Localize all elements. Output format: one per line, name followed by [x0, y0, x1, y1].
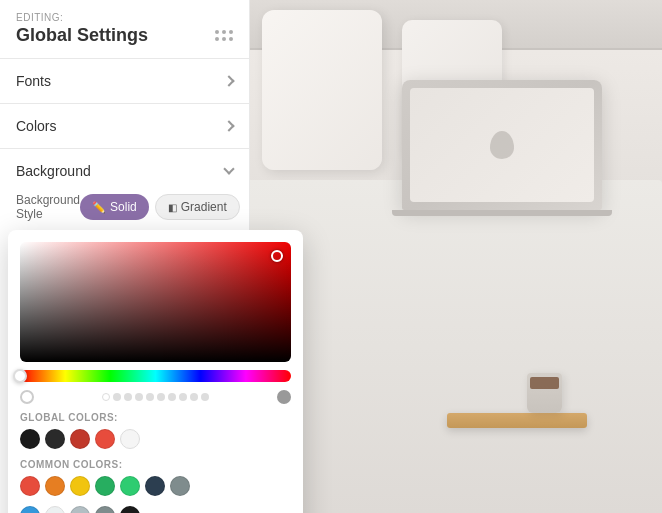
editing-label: EDITING:	[0, 0, 249, 25]
gradient-picker-area[interactable]	[20, 242, 291, 362]
colors-label: Colors	[16, 118, 56, 134]
common-color-black[interactable]	[120, 506, 140, 513]
style-buttons-group: ✏️ Solid ◧ Gradient	[80, 194, 240, 220]
common-color-medium-gray[interactable]	[70, 506, 90, 513]
common-color-green[interactable]	[95, 476, 115, 496]
background-section-label: Background	[16, 163, 91, 179]
opacity-dot-4	[135, 393, 143, 401]
global-color-4[interactable]	[95, 429, 115, 449]
global-color-5[interactable]	[120, 429, 140, 449]
common-color-orange[interactable]	[45, 476, 65, 496]
common-color-red[interactable]	[20, 476, 40, 496]
pencil-icon: ✏️	[92, 201, 106, 214]
common-colors-row-1	[20, 476, 291, 496]
opacity-circle-left-icon	[20, 390, 34, 404]
opacity-dot-2	[113, 393, 121, 401]
common-colors-title: COMMON COLORS:	[20, 459, 291, 470]
global-colors-row	[20, 429, 291, 449]
common-color-light-green[interactable]	[120, 476, 140, 496]
background-style-row: Background Style ✏️ Solid ◧ Gradient	[16, 193, 233, 221]
color-picker-popup: GLOBAL COLORS: COMMON COLORS: RECENTLY U…	[8, 230, 303, 513]
opacity-dot-9	[190, 393, 198, 401]
panel-title: Global Settings	[0, 25, 249, 58]
opacity-circle-right-icon	[277, 390, 291, 404]
common-color-light-gray[interactable]	[45, 506, 65, 513]
coffee-cup	[527, 373, 562, 413]
common-color-dark-blue[interactable]	[145, 476, 165, 496]
colors-section: Colors	[0, 103, 249, 148]
fonts-row[interactable]: Fonts	[0, 59, 249, 103]
common-color-dark-gray[interactable]	[95, 506, 115, 513]
drag-handle-icon[interactable]	[215, 30, 233, 41]
gradient-label: Gradient	[181, 200, 227, 214]
global-color-2[interactable]	[45, 429, 65, 449]
common-color-gray[interactable]	[170, 476, 190, 496]
opacity-dot-8	[179, 393, 187, 401]
hue-slider[interactable]	[20, 370, 291, 382]
colors-row[interactable]: Colors	[0, 104, 249, 148]
solid-button[interactable]: ✏️ Solid	[80, 194, 149, 220]
opacity-dot-1	[102, 393, 110, 401]
background-row[interactable]: Background	[0, 149, 249, 193]
common-color-yellow[interactable]	[70, 476, 90, 496]
opacity-dot-5	[146, 393, 154, 401]
colors-chevron-icon	[223, 120, 234, 131]
apple-logo-icon	[490, 131, 514, 159]
global-colors-title: GLOBAL COLORS:	[20, 412, 291, 423]
hue-handle[interactable]	[13, 369, 27, 383]
global-color-1[interactable]	[20, 429, 40, 449]
opacity-dot-7	[168, 393, 176, 401]
panel-title-text: Global Settings	[16, 25, 148, 46]
laptop	[402, 80, 602, 210]
hue-slider-container	[20, 370, 291, 382]
global-color-3[interactable]	[70, 429, 90, 449]
background-style-label: Background Style	[16, 193, 80, 221]
gradient-button[interactable]: ◧ Gradient	[155, 194, 240, 220]
pillow-1	[262, 10, 382, 170]
tray	[447, 413, 587, 428]
common-colors-row-2	[20, 506, 291, 513]
common-color-blue[interactable]	[20, 506, 40, 513]
opacity-dots	[38, 393, 273, 401]
opacity-dot-10	[201, 393, 209, 401]
gradient-icon: ◧	[168, 202, 177, 213]
fonts-label: Fonts	[16, 73, 51, 89]
opacity-dot-6	[157, 393, 165, 401]
opacity-dot-3	[124, 393, 132, 401]
bed-sheet	[242, 180, 662, 513]
fonts-chevron-icon	[223, 75, 234, 86]
background-chevron-icon	[223, 163, 234, 174]
gradient-picker-handle[interactable]	[271, 250, 283, 262]
background-image	[242, 0, 662, 513]
opacity-slider-container	[20, 390, 291, 404]
fonts-section: Fonts	[0, 58, 249, 103]
solid-label: Solid	[110, 200, 137, 214]
